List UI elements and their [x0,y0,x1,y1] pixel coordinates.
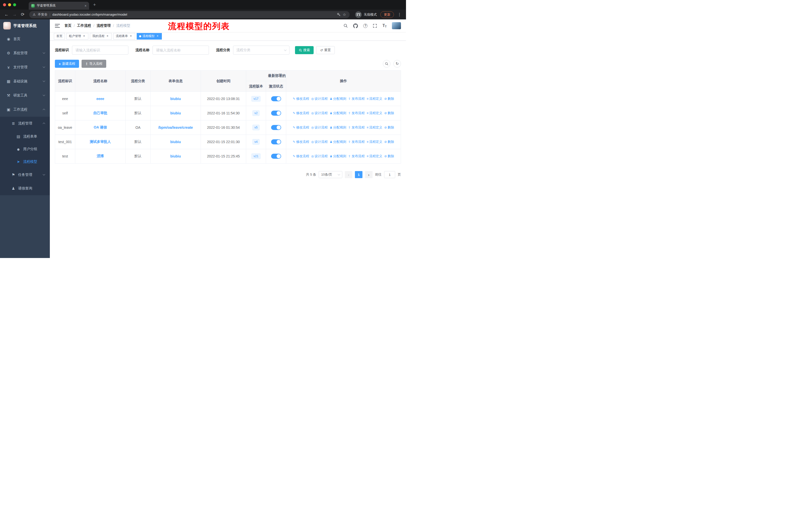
tag-close-icon[interactable]: × [82,34,86,38]
action-edit[interactable]: ✎修改流程 [293,97,309,101]
action-publish[interactable]: ⇧发布流程 [348,111,365,115]
action-definition[interactable]: ≡流程定义 [367,154,382,159]
action-edit[interactable]: ✎修改流程 [293,140,309,144]
sidebar-item-payment-manage[interactable]: ¥支付管理 [0,60,50,74]
action-design[interactable]: ◎设计流程 [311,154,327,159]
current-page-button[interactable]: 1 [355,171,362,178]
process-name-input[interactable] [152,46,209,55]
process-name-link[interactable]: 自己审批 [93,111,108,115]
sidebar-item-dashboard[interactable]: ◉首页 [0,32,50,46]
address-bar[interactable]: ⚠ 不安全 | dashboard.yudao.iocoder.cn/bpm/m… [29,11,350,18]
bookmark-star-icon[interactable]: ☆ [343,12,346,17]
tag-close-icon[interactable]: × [106,34,109,38]
process-name-link[interactable]: 测试多审批人 [90,140,111,144]
tag-item[interactable]: 首页 [54,33,65,39]
action-assign[interactable]: ♟分配规则 [330,97,346,101]
tag-item[interactable]: 流程模型× [137,33,162,39]
refresh-table-button[interactable]: ↻ [394,60,401,67]
form-info-link[interactable]: biubiu [170,154,181,158]
action-publish[interactable]: ⇧发布流程 [348,140,365,144]
active-toggle[interactable] [271,111,281,116]
process-category-select[interactable]: 流程分类 [233,46,289,55]
breadcrumb-item[interactable]: 流程管理 [97,23,111,28]
active-toggle[interactable] [271,96,281,101]
action-definition[interactable]: ≡流程定义 [367,125,382,130]
form-info-link[interactable]: biubiu [170,140,181,144]
version-badge[interactable]: v2 [253,110,260,116]
form-info-link[interactable]: /bpm/oa/leave/create [158,126,193,130]
tag-item[interactable]: 租户管理× [66,33,88,39]
sidebar-item-devtools[interactable]: ⚒研发工具 [0,88,50,103]
sidebar-item-user-group[interactable]: ☻用户分组 [0,143,50,156]
process-name-link[interactable]: 滔博 [97,154,104,158]
zoom-window-button[interactable] [13,3,16,6]
sidebar-item-leave-query[interactable]: ♟请假查询 [0,182,50,195]
sidebar-item-infrastructure[interactable]: ▦基础设施 [0,74,50,88]
action-delete[interactable]: ⊘删除 [384,125,394,130]
search-icon[interactable] [343,23,348,28]
page-size-select[interactable]: 10条/页 [319,171,342,178]
action-publish[interactable]: ⇧发布流程 [348,125,365,130]
action-definition[interactable]: ≡流程定义 [367,140,382,144]
hamburger-icon[interactable] [55,24,60,28]
version-badge[interactable]: v4 [253,139,260,145]
process-name-link[interactable]: OA 请假 [94,125,107,129]
import-process-button[interactable]: ↥ 导入流程 [82,60,106,68]
breadcrumb-item[interactable]: 工作流程 [77,23,91,28]
form-info-link[interactable]: biubiu [170,111,181,115]
action-edit[interactable]: ✎修改流程 [293,154,309,159]
tab-close-icon[interactable]: × [85,4,87,8]
sidebar-item-process-manage[interactable]: ≣流程管理 [0,117,50,130]
browser-tab[interactable]: 芋道管理系统 × [29,2,89,9]
action-design[interactable]: ◎设计流程 [311,125,327,130]
forward-icon[interactable]: → [11,12,18,17]
action-publish[interactable]: ⇧发布流程 [348,97,365,101]
action-design[interactable]: ◎设计流程 [311,97,327,101]
new-tab-button[interactable]: + [93,2,96,7]
process-key-input[interactable] [72,46,128,55]
action-delete[interactable]: ⊘删除 [384,97,394,101]
create-process-button[interactable]: + 新建流程 [55,60,79,68]
action-definition[interactable]: ≡流程定义 [367,111,382,115]
font-size-icon[interactable]: TT [382,23,387,28]
action-definition[interactable]: ≡流程定义 [367,97,382,101]
active-toggle[interactable] [271,125,281,130]
action-delete[interactable]: ⊘删除 [384,140,394,144]
reset-button[interactable]: ↺ 重置 [316,46,335,54]
action-delete[interactable]: ⊘删除 [384,154,394,159]
active-toggle[interactable] [271,154,281,159]
help-icon[interactable]: ? [363,24,368,28]
active-toggle[interactable] [271,139,281,144]
sidebar-logo[interactable]: 芋道管理系统 [0,19,50,32]
update-button[interactable]: 更新 [380,11,394,18]
version-badge[interactable]: v21 [252,154,260,159]
action-delete[interactable]: ⊘删除 [384,111,394,115]
tag-item[interactable]: 我的流程× [90,33,112,39]
form-info-link[interactable]: biubiu [170,97,181,101]
action-assign[interactable]: ♟分配规则 [330,140,346,144]
minimize-window-button[interactable] [8,3,11,6]
prev-page-button[interactable]: ‹ [345,171,352,178]
reload-icon[interactable]: ⟳ [19,12,26,17]
back-icon[interactable]: ← [3,12,10,17]
action-assign[interactable]: ♟分配规则 [330,125,346,130]
toggle-search-button[interactable] [383,60,390,67]
tag-close-icon[interactable]: × [156,34,159,38]
action-publish[interactable]: ⇧发布流程 [348,154,365,159]
next-page-button[interactable]: › [365,171,373,178]
version-badge[interactable]: v5 [253,125,260,130]
sidebar-item-process-model[interactable]: ➤流程模型 [0,156,50,168]
sidebar-item-task-manage[interactable]: ⚑任务管理 [0,168,50,182]
sidebar-item-system-manage[interactable]: ⚙系统管理 [0,46,50,60]
close-window-button[interactable] [3,3,6,6]
action-edit[interactable]: ✎修改流程 [293,111,309,115]
tag-item[interactable]: 流程表单× [113,33,135,39]
action-design[interactable]: ◎设计流程 [311,111,327,115]
browser-menu-icon[interactable]: ⋮ [398,12,402,17]
user-avatar[interactable] [392,22,401,29]
search-button[interactable]: 搜索 [295,46,314,54]
process-name-link[interactable]: eeee [96,97,104,101]
tag-close-icon[interactable]: × [129,34,133,38]
password-key-icon[interactable] [337,12,341,17]
action-assign[interactable]: ♟分配规则 [330,111,346,115]
